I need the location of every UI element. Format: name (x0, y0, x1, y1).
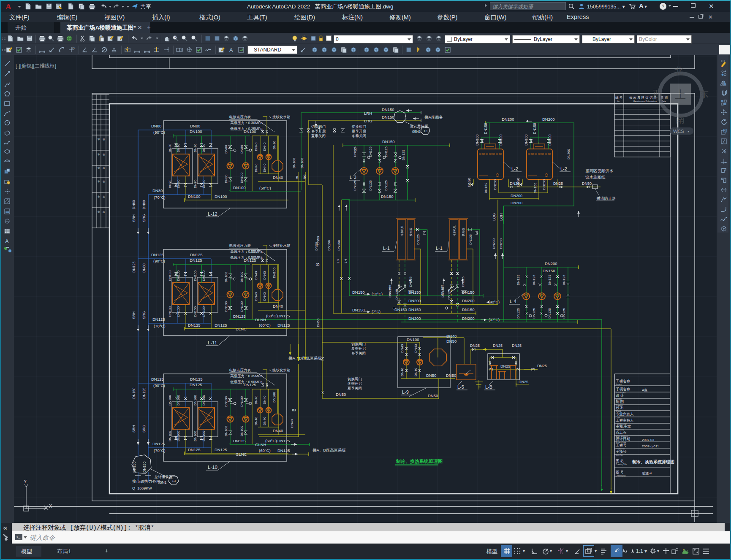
svg-text:西: 西 (653, 89, 662, 99)
svg-text:DN150: DN150 (462, 290, 475, 295)
svg-text:RG: RG (303, 174, 307, 179)
svg-text:DN125: DN125 (369, 146, 372, 157)
svg-text:DN200: DN200 (492, 238, 496, 249)
svg-text:L-1: L-1 (383, 246, 390, 251)
svg-text:核: 核 (102, 167, 105, 169)
svg-text:制冷、换热系统原理图: 制冷、换热系统原理图 (396, 459, 443, 464)
svg-text:DN80: DN80 (142, 200, 146, 209)
svg-text:DN200: DN200 (511, 201, 522, 205)
svg-text:L-2: L-2 (511, 166, 518, 171)
svg-text:DN80: DN80 (168, 143, 172, 152)
svg-text:LQG: LQG (492, 213, 496, 221)
svg-text:低级压力：0.25MPa: 低级压力：0.25MPa (230, 127, 263, 131)
svg-text:DN125: DN125 (562, 275, 566, 285)
svg-text:DN40: DN40 (446, 334, 457, 338)
svg-text:(70°C): (70°C) (154, 324, 166, 328)
svg-text:DN80: DN80 (272, 141, 276, 149)
svg-text:切换阀门: 切换阀门 (347, 377, 362, 381)
svg-text:DN40: DN40 (400, 344, 404, 353)
svg-text:DN200: DN200 (545, 261, 557, 266)
svg-text:DN100: DN100 (548, 134, 552, 146)
svg-text:DN200: DN200 (462, 316, 475, 321)
svg-text:L-3: L-3 (350, 175, 356, 180)
svg-text:DN40: DN40 (273, 428, 283, 433)
svg-text:DN100: DN100 (475, 134, 479, 146)
svg-text:总计量装置: 总计量装置 (410, 124, 428, 128)
svg-text:2007-g-011: 2007-g-011 (642, 444, 659, 448)
svg-text:图 名: 图 名 (616, 459, 624, 463)
svg-text:制 图: 制 图 (616, 400, 624, 404)
svg-text:DN150: DN150 (543, 268, 555, 273)
svg-text:Drawing No.: Drawing No. (616, 475, 626, 477)
svg-text:DN125: DN125 (402, 150, 405, 160)
svg-text:DN125: DN125 (409, 276, 413, 287)
svg-text:接A座商务: 接A座商务 (424, 115, 443, 119)
svg-text:(70°C): (70°C) (154, 448, 166, 453)
svg-text:DN200: DN200 (542, 117, 555, 122)
svg-text:DN100: DN100 (272, 268, 276, 278)
svg-text:DN125: DN125 (532, 275, 536, 285)
svg-text:总工办: 总工办 (615, 430, 627, 435)
svg-text:暖施-4: 暖施-4 (642, 471, 652, 475)
svg-text:DN125: DN125 (461, 276, 465, 287)
svg-text:LQH: LQH (499, 214, 503, 221)
svg-text:DN40: DN40 (254, 142, 258, 151)
svg-text:L-4: L-4 (510, 299, 516, 304)
svg-text:(90°C): (90°C) (153, 130, 165, 135)
svg-text:SRG: SRG (142, 311, 146, 319)
svg-text:DN125: DN125 (395, 289, 399, 300)
svg-text:制冷、换热系统原理图: 制冷、换热系统原理图 (632, 460, 674, 464)
svg-text:核: 核 (102, 195, 105, 198)
svg-text:夏季关闭: 夏季关闭 (311, 134, 326, 138)
svg-text:北: 北 (674, 66, 684, 76)
svg-text:DN150: DN150 (533, 123, 537, 134)
svg-text:DN100: DN100 (168, 395, 172, 406)
svg-text:DN40: DN40 (263, 292, 266, 301)
svg-text:DN200: DN200 (542, 179, 546, 190)
svg-text:DN25: DN25 (510, 181, 519, 186)
svg-text:DN100: DN100 (215, 194, 227, 199)
svg-text:审: 审 (98, 138, 100, 141)
svg-text:DN25: DN25 (512, 344, 522, 348)
svg-text:DN125: DN125 (548, 308, 552, 319)
svg-text:接市政热力外网: 接市政热力外网 (132, 479, 160, 484)
svg-text:DN50: DN50 (316, 318, 320, 327)
svg-text:夏季关闭: 夏季关闭 (348, 386, 362, 390)
svg-text:DN125: DN125 (190, 377, 203, 381)
svg-text:工程主持人: 工程主持人 (615, 418, 634, 422)
svg-text:DLNH: DLNH (255, 317, 266, 322)
svg-text:DN100: DN100 (177, 395, 180, 406)
svg-text:DN25: DN25 (553, 181, 563, 186)
svg-text:电接点压力表: 电接点压力表 (229, 368, 251, 372)
svg-text:DN150: DN150 (484, 183, 488, 193)
svg-text:审核.审定: 审核.审定 (616, 424, 631, 428)
svg-text:夏季开启: 夏季开启 (351, 346, 366, 351)
svg-text:DN100: DN100 (190, 129, 202, 134)
svg-text:DN125: DN125 (516, 275, 520, 285)
svg-text:Q=1669KW: Q=1669KW (132, 486, 152, 490)
svg-text:DN100: DN100 (224, 396, 228, 407)
svg-text:冷水机组: 冷水机组 (453, 225, 456, 237)
svg-text:核: 核 (102, 180, 105, 183)
svg-text:DN150: DN150 (408, 307, 421, 312)
svg-text:DN125: DN125 (369, 180, 372, 191)
svg-text:X: X (49, 503, 52, 509)
svg-text:DN40: DN40 (254, 163, 258, 172)
svg-text:DN50: DN50 (426, 373, 436, 378)
svg-text:SRH: SRH (132, 214, 136, 222)
svg-text:SRG: SRG (142, 214, 146, 222)
svg-text:接软化水箱: 接软化水箱 (272, 115, 291, 119)
svg-text:Item No.: Item No. (616, 454, 623, 456)
svg-text:GLNC: GLNC (236, 452, 247, 457)
svg-text:切换阀门: 切换阀门 (311, 124, 326, 129)
svg-text:审: 审 (98, 167, 100, 169)
svg-text:核: 核 (102, 153, 105, 156)
svg-text:DN125: DN125 (447, 289, 451, 300)
svg-text:DN100: DN100 (168, 306, 172, 317)
svg-text:DN150: DN150 (142, 461, 147, 473)
svg-text:冬季关闭: 冬季关闭 (351, 351, 366, 355)
svg-text:?: ? (662, 4, 664, 9)
svg-text:DN80: DN80 (151, 124, 161, 128)
svg-text:.1: .1 (180, 49, 183, 51)
svg-text:DN100: DN100 (177, 271, 180, 281)
